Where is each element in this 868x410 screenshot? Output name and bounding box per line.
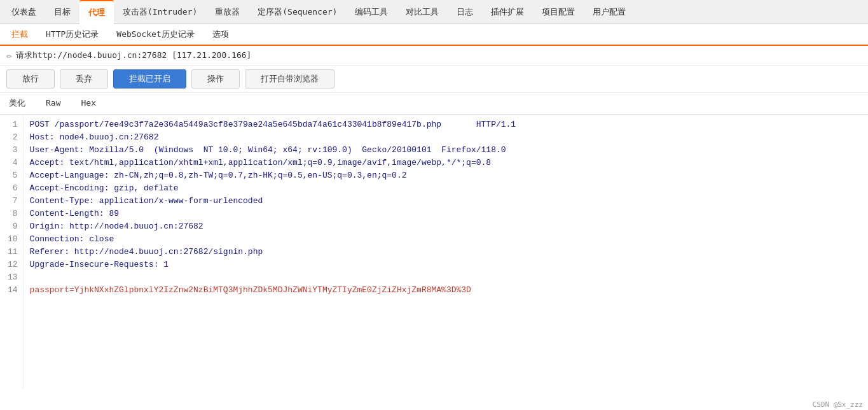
btn-放行[interactable]: 放行 [6,69,55,88]
code-line-14: passport=YjhkNXxhZGlpbnxlY2IzZnw2NzBiMTQ… [30,284,862,297]
code-line-13 [30,271,862,284]
code-content[interactable]: POST /passport/7ee49c3f7a2e364a5449a3cf8… [24,115,868,388]
line-number-13: 13 [8,271,18,284]
top-nav-item-代理[interactable]: 代理 [79,0,114,24]
code-line-1: POST /passport/7ee49c3f7a2e364a5449a3cf8… [30,118,862,131]
top-nav-item-重放器[interactable]: 重放器 [206,0,249,24]
top-nav-item-插件扩展[interactable]: 插件扩展 [482,0,533,24]
code-line-5: Accept-Language: zh-CN,zh;q=0.8,zh-TW;q=… [30,169,862,182]
code-line-3: User-Agent: Mozilla/5.0 (Windows NT 10.0… [30,144,862,157]
top-nav-item-项目配置[interactable]: 项目配置 [533,0,584,24]
top-nav-item-定序器(Sequencer)[interactable]: 定序器(Sequencer) [249,0,346,24]
line-number-2: 2 [8,131,18,144]
code-line-10: Connection: close [30,233,862,246]
line-number-5: 5 [8,169,18,182]
btn-操作[interactable]: 操作 [191,69,240,88]
btn-打开自带浏览器[interactable]: 打开自带浏览器 [245,69,334,88]
url-bar: ✏️ 请求http://node4.buuoj.cn:27682 [117.21… [0,46,868,66]
code-line-12: Upgrade-Insecure-Requests: 1 [30,258,862,271]
top-nav-item-对比工具[interactable]: 对比工具 [397,0,448,24]
line-number-1: 1 [8,118,18,131]
sub-nav-item-HTTP历史记录[interactable]: HTTP历史记录 [37,24,107,45]
code-line-6: Accept-Encoding: gzip, deflate [30,182,862,195]
top-navigation: 仪表盘目标代理攻击器(Intruder)重放器定序器(Sequencer)编码工… [0,0,868,24]
line-number-14: 14 [8,284,18,297]
code-line-9: Origin: http://node4.buuoj.cn:27682 [30,220,862,233]
line-number-3: 3 [8,144,18,157]
code-area: 1234567891011121314 POST /passport/7ee49… [0,115,868,388]
content-tab-Raw[interactable]: Raw [36,95,71,112]
content-tabs: 美化RawHex [0,93,868,115]
action-bar: 放行丢弃拦截已开启操作打开自带浏览器 [0,66,868,93]
top-nav-item-编码工具[interactable]: 编码工具 [346,0,397,24]
line-number-12: 12 [8,258,18,271]
content-tab-美化[interactable]: 美化 [6,94,36,113]
line-number-4: 4 [8,157,18,169]
line-number-8: 8 [8,208,18,220]
btn-拦截已开启[interactable]: 拦截已开启 [113,69,186,88]
btn-丢弃[interactable]: 丢弃 [60,69,108,88]
line-number-11: 11 [8,246,18,258]
code-line-8: Content-Length: 89 [30,208,862,220]
top-nav-item-目标[interactable]: 目标 [45,0,79,24]
top-nav-item-攻击器(Intruder)[interactable]: 攻击器(Intruder) [114,0,206,24]
content-tab-Hex[interactable]: Hex [71,95,106,112]
line-number-6: 6 [8,182,18,195]
sub-nav-item-WebSocket历史记录[interactable]: WebSocket历史记录 [107,24,203,45]
line-numbers: 1234567891011121314 [0,115,24,388]
code-line-7: Content-Type: application/x-www-form-url… [30,195,862,208]
link-icon: ✏️ [6,50,12,61]
line-number-7: 7 [8,195,18,208]
code-line-4: Accept: text/html,application/xhtml+xml,… [30,157,862,169]
sub-navigation: 拦截HTTP历史记录WebSocket历史记录选项 [0,24,868,46]
code-line-2: Host: node4.buuoj.cn:27682 [30,131,862,144]
code-line-11: Referer: http://node4.buuoj.cn:27682/sig… [30,246,862,258]
top-nav-item-用户配置[interactable]: 用户配置 [584,0,635,24]
top-nav-item-仪表盘[interactable]: 仪表盘 [3,0,45,24]
line-number-10: 10 [8,233,18,246]
line-number-9: 9 [8,220,18,233]
sub-nav-item-拦截[interactable]: 拦截 [3,24,37,46]
url-text: 请求http://node4.buuoj.cn:27682 [117.21.20… [16,50,251,61]
top-nav-item-日志[interactable]: 日志 [448,0,482,24]
sub-nav-item-选项[interactable]: 选项 [203,24,238,45]
